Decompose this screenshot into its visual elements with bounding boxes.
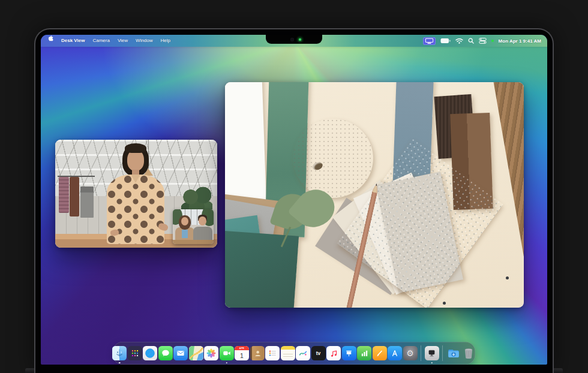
dock-icon-photos[interactable] bbox=[204, 346, 218, 360]
menu-bar-status: Mon Apr 1 9:41 AM bbox=[423, 37, 547, 45]
desk-view-window[interactable] bbox=[225, 82, 524, 308]
dock-icon-contacts[interactable] bbox=[250, 346, 265, 360]
macbook-screen: Desk View Camera View Window Help Mon bbox=[41, 35, 547, 365]
dock-icon-notes[interactable] bbox=[281, 346, 295, 360]
pip-woman-face bbox=[181, 217, 188, 225]
dock-icon-tv[interactable]: tv bbox=[311, 346, 326, 360]
dock-icon-numbers[interactable] bbox=[357, 346, 371, 360]
dock-icon-maps[interactable] bbox=[189, 346, 203, 360]
dock-icon-appstore[interactable] bbox=[388, 346, 402, 360]
dock-icon-reminders[interactable] bbox=[265, 346, 280, 360]
fabric-button-dot bbox=[443, 302, 446, 305]
calendar-month: APR bbox=[235, 346, 249, 350]
dock-icon-safari[interactable] bbox=[143, 346, 157, 360]
dock-icon-system-settings[interactable]: ⚙ bbox=[403, 346, 418, 360]
pip-man-face bbox=[199, 216, 206, 225]
pip-woman-shirt bbox=[182, 230, 188, 238]
wifi-icon[interactable] bbox=[455, 38, 463, 44]
garment-brown bbox=[70, 177, 79, 216]
running-indicator bbox=[431, 362, 433, 364]
menu-camera[interactable]: Camera bbox=[92, 35, 109, 47]
calendar-day: 1 bbox=[235, 350, 249, 360]
running-indicator bbox=[119, 362, 121, 364]
dock-icon-mail[interactable] bbox=[173, 346, 188, 360]
dock-divider bbox=[421, 345, 421, 361]
video-effects-button[interactable] bbox=[423, 37, 436, 45]
battery-icon[interactable] bbox=[440, 38, 451, 44]
dock-icon-music[interactable] bbox=[326, 346, 341, 360]
presenter-hair-top bbox=[125, 143, 146, 153]
search-icon[interactable] bbox=[468, 38, 474, 44]
dark-green-tile-sample bbox=[225, 231, 299, 308]
dock-icon-finder[interactable] bbox=[112, 346, 127, 360]
control-center-icon[interactable] bbox=[479, 38, 487, 44]
dock-icon-desk-view[interactable] bbox=[425, 346, 439, 360]
pip-table bbox=[173, 240, 214, 244]
camera-indicator-led bbox=[299, 38, 301, 41]
dock: APR 1 tv bbox=[113, 342, 475, 365]
dock-icon-messages[interactable] bbox=[158, 346, 173, 360]
running-indicator bbox=[226, 362, 227, 364]
menu-bar-clock[interactable]: Mon Apr 1 9:41 AM bbox=[499, 38, 541, 44]
menu-window[interactable]: Window bbox=[136, 35, 152, 47]
menu-app-name[interactable]: Desk View bbox=[61, 35, 85, 47]
facetime-pip-thumbnail[interactable] bbox=[173, 209, 214, 244]
display-notch bbox=[266, 35, 322, 44]
dock-icon-facetime[interactable] bbox=[220, 346, 234, 360]
apple-menu-icon[interactable] bbox=[47, 35, 53, 47]
dock-icon-keynote[interactable] bbox=[342, 346, 356, 360]
dock-icon-launchpad[interactable] bbox=[128, 346, 142, 360]
dock-icon-calendar[interactable]: APR 1 bbox=[235, 346, 249, 360]
menu-help[interactable]: Help bbox=[161, 35, 170, 47]
menu-view[interactable]: View bbox=[118, 35, 128, 47]
fabric-button-dot bbox=[506, 276, 509, 279]
webcam-icon bbox=[290, 38, 294, 41]
facetime-window[interactable] bbox=[55, 140, 217, 248]
tv-logo: tv bbox=[316, 350, 321, 356]
camera-in-use-dot bbox=[491, 40, 494, 42]
dock-icon-downloads[interactable] bbox=[446, 346, 461, 360]
dock-icon-trash[interactable] bbox=[461, 346, 476, 360]
studio-cabinet bbox=[80, 186, 94, 218]
gear-glyph: ⚙ bbox=[406, 349, 414, 357]
menu-bar-left: Desk View Camera View Window Help bbox=[41, 35, 170, 47]
dock-icon-pages[interactable] bbox=[373, 346, 387, 360]
felt-disc bbox=[293, 119, 373, 198]
garment-mauve bbox=[59, 177, 69, 213]
dock-icon-freeform[interactable] bbox=[296, 346, 310, 360]
dock-divider bbox=[442, 345, 443, 361]
